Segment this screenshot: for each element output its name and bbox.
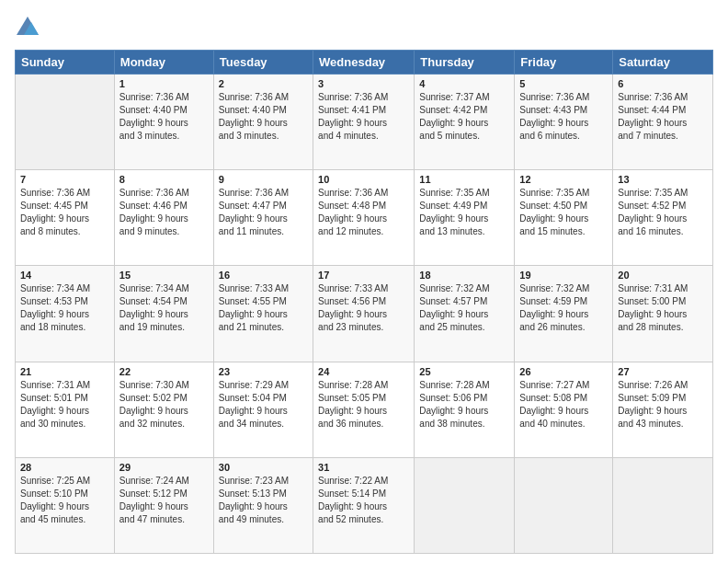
day-cell: 1Sunrise: 7:36 AM Sunset: 4:40 PM Daylig… xyxy=(114,75,213,170)
day-cell: 3Sunrise: 7:36 AM Sunset: 4:41 PM Daylig… xyxy=(313,75,415,170)
day-number: 9 xyxy=(219,174,308,185)
day-info: Sunrise: 7:36 AM Sunset: 4:43 PM Dayligh… xyxy=(519,91,608,143)
week-row-2: 7Sunrise: 7:36 AM Sunset: 4:45 PM Daylig… xyxy=(16,170,713,266)
day-info: Sunrise: 7:28 AM Sunset: 5:06 PM Dayligh… xyxy=(419,379,509,431)
day-info: Sunrise: 7:37 AM Sunset: 4:42 PM Dayligh… xyxy=(419,91,509,143)
col-header-sunday: Sunday xyxy=(16,51,115,75)
day-info: Sunrise: 7:36 AM Sunset: 4:41 PM Dayligh… xyxy=(318,91,409,143)
day-number: 17 xyxy=(318,270,409,281)
day-cell: 7Sunrise: 7:36 AM Sunset: 4:45 PM Daylig… xyxy=(16,170,115,266)
day-number: 20 xyxy=(618,270,708,281)
day-info: Sunrise: 7:28 AM Sunset: 5:05 PM Dayligh… xyxy=(318,379,409,431)
day-number: 30 xyxy=(219,462,308,473)
week-row-1: 1Sunrise: 7:36 AM Sunset: 4:40 PM Daylig… xyxy=(16,75,713,170)
week-row-5: 28Sunrise: 7:25 AM Sunset: 5:10 PM Dayli… xyxy=(16,457,713,553)
day-info: Sunrise: 7:26 AM Sunset: 5:09 PM Dayligh… xyxy=(618,379,708,431)
day-number: 24 xyxy=(318,366,409,377)
day-cell xyxy=(613,457,713,553)
day-cell: 9Sunrise: 7:36 AM Sunset: 4:47 PM Daylig… xyxy=(213,170,313,266)
day-number: 15 xyxy=(119,270,209,281)
col-header-monday: Monday xyxy=(114,51,213,75)
day-cell: 21Sunrise: 7:31 AM Sunset: 5:01 PM Dayli… xyxy=(16,362,115,457)
day-info: Sunrise: 7:32 AM Sunset: 4:57 PM Dayligh… xyxy=(419,282,509,334)
day-number: 25 xyxy=(419,366,509,377)
day-info: Sunrise: 7:34 AM Sunset: 4:54 PM Dayligh… xyxy=(119,282,209,334)
day-number: 16 xyxy=(219,270,308,281)
day-number: 2 xyxy=(219,78,308,89)
day-cell: 15Sunrise: 7:34 AM Sunset: 4:54 PM Dayli… xyxy=(114,266,213,362)
day-info: Sunrise: 7:31 AM Sunset: 5:01 PM Dayligh… xyxy=(20,379,109,431)
day-cell: 23Sunrise: 7:29 AM Sunset: 5:04 PM Dayli… xyxy=(213,362,313,457)
day-number: 10 xyxy=(318,174,409,185)
day-cell: 24Sunrise: 7:28 AM Sunset: 5:05 PM Dayli… xyxy=(313,362,415,457)
day-info: Sunrise: 7:36 AM Sunset: 4:48 PM Dayligh… xyxy=(318,187,409,238)
day-info: Sunrise: 7:25 AM Sunset: 5:10 PM Dayligh… xyxy=(20,475,109,526)
day-cell: 11Sunrise: 7:35 AM Sunset: 4:49 PM Dayli… xyxy=(415,170,515,266)
logo-icon xyxy=(15,15,40,40)
day-info: Sunrise: 7:35 AM Sunset: 4:50 PM Dayligh… xyxy=(519,187,608,238)
day-info: Sunrise: 7:36 AM Sunset: 4:44 PM Dayligh… xyxy=(618,91,708,143)
day-cell: 8Sunrise: 7:36 AM Sunset: 4:46 PM Daylig… xyxy=(114,170,213,266)
calendar-header-row: SundayMondayTuesdayWednesdayThursdayFrid… xyxy=(16,51,713,75)
day-number: 13 xyxy=(618,174,708,185)
day-info: Sunrise: 7:33 AM Sunset: 4:55 PM Dayligh… xyxy=(219,282,308,334)
day-cell: 26Sunrise: 7:27 AM Sunset: 5:08 PM Dayli… xyxy=(515,362,613,457)
day-cell: 13Sunrise: 7:35 AM Sunset: 4:52 PM Dayli… xyxy=(613,170,713,266)
day-cell: 28Sunrise: 7:25 AM Sunset: 5:10 PM Dayli… xyxy=(16,457,115,553)
day-cell: 2Sunrise: 7:36 AM Sunset: 4:40 PM Daylig… xyxy=(213,75,313,170)
day-info: Sunrise: 7:27 AM Sunset: 5:08 PM Dayligh… xyxy=(519,379,608,431)
day-number: 1 xyxy=(119,78,209,89)
day-info: Sunrise: 7:33 AM Sunset: 4:56 PM Dayligh… xyxy=(318,282,409,334)
day-cell: 19Sunrise: 7:32 AM Sunset: 4:59 PM Dayli… xyxy=(515,266,613,362)
week-row-4: 21Sunrise: 7:31 AM Sunset: 5:01 PM Dayli… xyxy=(16,362,713,457)
day-info: Sunrise: 7:31 AM Sunset: 5:00 PM Dayligh… xyxy=(618,282,708,334)
day-number: 7 xyxy=(20,174,109,185)
day-info: Sunrise: 7:29 AM Sunset: 5:04 PM Dayligh… xyxy=(219,379,308,431)
day-info: Sunrise: 7:34 AM Sunset: 4:53 PM Dayligh… xyxy=(20,282,109,334)
day-cell xyxy=(16,75,115,170)
day-info: Sunrise: 7:36 AM Sunset: 4:45 PM Dayligh… xyxy=(20,187,109,238)
day-cell: 27Sunrise: 7:26 AM Sunset: 5:09 PM Dayli… xyxy=(613,362,713,457)
day-info: Sunrise: 7:23 AM Sunset: 5:13 PM Dayligh… xyxy=(219,475,308,526)
day-number: 22 xyxy=(119,366,209,377)
col-header-wednesday: Wednesday xyxy=(313,51,415,75)
day-cell xyxy=(515,457,613,553)
day-number: 5 xyxy=(519,78,608,89)
day-number: 18 xyxy=(419,270,509,281)
day-info: Sunrise: 7:30 AM Sunset: 5:02 PM Dayligh… xyxy=(119,379,209,431)
day-cell: 6Sunrise: 7:36 AM Sunset: 4:44 PM Daylig… xyxy=(613,75,713,170)
calendar-body: 1Sunrise: 7:36 AM Sunset: 4:40 PM Daylig… xyxy=(16,75,713,554)
page: SundayMondayTuesdayWednesdayThursdayFrid… xyxy=(0,0,728,563)
day-number: 4 xyxy=(419,78,509,89)
day-number: 21 xyxy=(20,366,109,377)
day-number: 23 xyxy=(219,366,308,377)
day-info: Sunrise: 7:36 AM Sunset: 4:47 PM Dayligh… xyxy=(219,187,308,238)
day-cell: 14Sunrise: 7:34 AM Sunset: 4:53 PM Dayli… xyxy=(16,266,115,362)
day-number: 26 xyxy=(519,366,608,377)
calendar-table: SundayMondayTuesdayWednesdayThursdayFrid… xyxy=(15,50,713,554)
day-number: 12 xyxy=(519,174,608,185)
day-cell: 5Sunrise: 7:36 AM Sunset: 4:43 PM Daylig… xyxy=(515,75,613,170)
day-info: Sunrise: 7:22 AM Sunset: 5:14 PM Dayligh… xyxy=(318,475,409,526)
header xyxy=(15,15,713,40)
day-cell: 30Sunrise: 7:23 AM Sunset: 5:13 PM Dayli… xyxy=(213,457,313,553)
day-number: 29 xyxy=(119,462,209,473)
day-cell: 18Sunrise: 7:32 AM Sunset: 4:57 PM Dayli… xyxy=(415,266,515,362)
day-number: 11 xyxy=(419,174,509,185)
day-number: 3 xyxy=(318,78,409,89)
day-info: Sunrise: 7:36 AM Sunset: 4:40 PM Dayligh… xyxy=(119,91,209,143)
day-info: Sunrise: 7:36 AM Sunset: 4:46 PM Dayligh… xyxy=(119,187,209,238)
col-header-saturday: Saturday xyxy=(613,51,713,75)
day-info: Sunrise: 7:35 AM Sunset: 4:52 PM Dayligh… xyxy=(618,187,708,238)
day-number: 8 xyxy=(119,174,209,185)
day-info: Sunrise: 7:36 AM Sunset: 4:40 PM Dayligh… xyxy=(219,91,308,143)
day-cell: 31Sunrise: 7:22 AM Sunset: 5:14 PM Dayli… xyxy=(313,457,415,553)
day-cell xyxy=(415,457,515,553)
day-cell: 20Sunrise: 7:31 AM Sunset: 5:00 PM Dayli… xyxy=(613,266,713,362)
day-cell: 10Sunrise: 7:36 AM Sunset: 4:48 PM Dayli… xyxy=(313,170,415,266)
day-cell: 4Sunrise: 7:37 AM Sunset: 4:42 PM Daylig… xyxy=(415,75,515,170)
day-number: 6 xyxy=(618,78,708,89)
day-number: 19 xyxy=(519,270,608,281)
day-cell: 17Sunrise: 7:33 AM Sunset: 4:56 PM Dayli… xyxy=(313,266,415,362)
day-number: 14 xyxy=(20,270,109,281)
